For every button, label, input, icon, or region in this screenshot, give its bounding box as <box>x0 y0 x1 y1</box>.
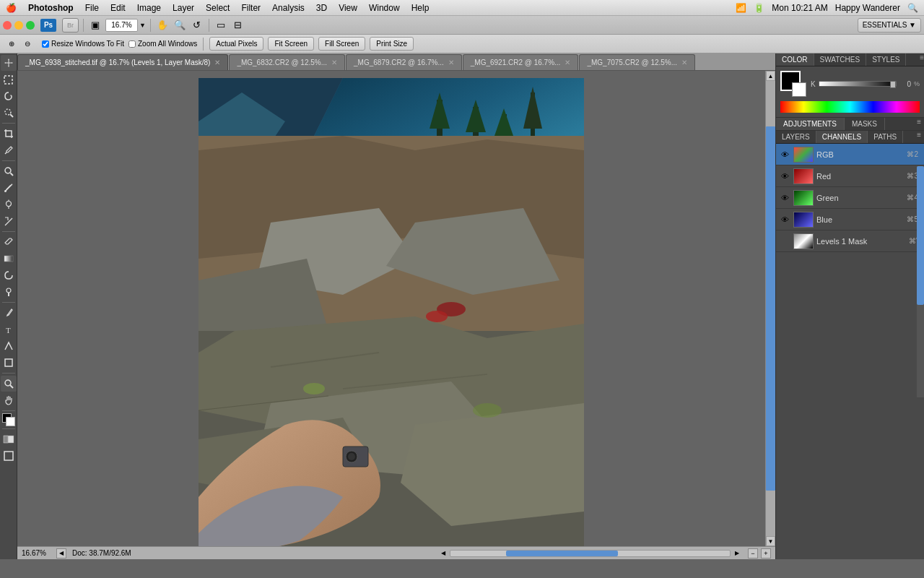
resize-windows-checkbox[interactable]: Resize Windows To Fit <box>42 40 124 48</box>
search-icon[interactable]: 🔍 <box>907 3 918 13</box>
screen-mode-icon[interactable]: ▭ <box>214 18 228 33</box>
zoom-plus-btn[interactable]: + <box>761 548 771 558</box>
help-menu[interactable]: Help <box>411 3 430 13</box>
zoom-minus-btn[interactable]: − <box>748 548 758 558</box>
blue-eye-icon[interactable]: 👁 <box>779 214 790 225</box>
scroll-right-arrow[interactable]: ▶ <box>735 550 739 556</box>
vertical-scrollbar[interactable]: ▲ ▼ <box>765 71 775 546</box>
shape-tool[interactable] <box>1 355 17 371</box>
maximize-window[interactable] <box>26 21 35 30</box>
horizontal-scrollbar[interactable] <box>450 550 731 557</box>
view-single-icon[interactable]: ▣ <box>88 18 103 33</box>
zoom-tool[interactable] <box>1 376 17 392</box>
fill-screen-btn[interactable]: Fill Screen <box>318 37 365 51</box>
rect-marquee-tool[interactable] <box>1 72 17 87</box>
tab-4[interactable]: _MG_6921.CR2 @ 16.7%... ✕ <box>463 54 579 70</box>
eyedropper-tool[interactable] <box>1 142 17 158</box>
swatches-tab[interactable]: SWATCHES <box>814 53 867 66</box>
select-menu[interactable]: Select <box>206 3 230 13</box>
blur-tool[interactable] <box>1 267 17 283</box>
quick-select-tool[interactable] <box>1 105 17 121</box>
layer-menu[interactable]: Layer <box>173 3 194 13</box>
scroll-down-arrow[interactable]: ▼ <box>766 536 775 546</box>
mask-eye-icon[interactable]: 👁 <box>779 236 790 247</box>
green-eye-icon[interactable]: 👁 <box>779 192 790 204</box>
print-size-btn[interactable]: Print Size <box>370 37 414 51</box>
k-slider-thumb[interactable] <box>890 81 896 88</box>
channel-green[interactable]: 👁 Green ⌘4 <box>776 187 924 209</box>
background-color-box[interactable] <box>792 82 806 97</box>
channels-tab[interactable]: CHANNELS <box>816 131 868 143</box>
pen-tool[interactable] <box>1 305 17 321</box>
quick-mask-btn[interactable] <box>1 431 17 447</box>
hand-tool-icon[interactable]: ✋ <box>155 18 170 33</box>
rotate-tool-icon[interactable]: ↺ <box>190 18 204 33</box>
essentials-btn[interactable]: ESSENTIALS ▼ <box>858 18 921 33</box>
clone-stamp-tool[interactable] <box>1 197 17 212</box>
image-menu[interactable]: Image <box>137 3 161 13</box>
canvas-image[interactable] <box>199 78 584 546</box>
path-select-tool[interactable] <box>1 338 17 354</box>
tab-5[interactable]: _MG_7075.CR2 @ 12.5%... ✕ <box>579 54 695 70</box>
type-tool[interactable]: T <box>1 322 17 337</box>
color-tab[interactable]: COLOR <box>776 53 814 66</box>
channel-mask[interactable]: 👁 Levels 1 Mask ⌘\ <box>776 230 924 252</box>
bridge-btn[interactable]: Br <box>62 18 79 33</box>
close-tab-2[interactable]: ✕ <box>331 59 337 66</box>
channel-red[interactable]: 👁 Red ⌘3 <box>776 165 924 187</box>
file-menu[interactable]: File <box>85 3 99 13</box>
right-panel-scrollbar[interactable] <box>917 166 924 397</box>
k-slider[interactable] <box>819 81 897 87</box>
layers-panel-collapse[interactable]: ≡ <box>917 131 924 143</box>
channel-blue[interactable]: 👁 Blue ⌘5 <box>776 209 924 230</box>
channel-rgb[interactable]: 👁 RGB ⌘2 <box>776 144 924 165</box>
adjustments-tab[interactable]: ADJUSTMENTS <box>776 118 845 130</box>
color-spectrum[interactable] <box>780 101 920 113</box>
gradient-tool[interactable] <box>1 251 17 267</box>
scroll-thumb-h[interactable] <box>506 551 618 556</box>
move-tool[interactable] <box>1 55 17 71</box>
scroll-thumb-v[interactable] <box>766 126 775 491</box>
color-panel-collapse[interactable]: ≡ <box>920 53 924 66</box>
crop-tool[interactable] <box>1 126 17 142</box>
brush-tool[interactable] <box>1 180 17 196</box>
history-brush-tool[interactable] <box>1 213 17 229</box>
adj-panel-collapse[interactable]: ≡ <box>917 118 924 130</box>
zoom-out-icon[interactable]: ⊖ <box>20 37 35 51</box>
scroll-left-arrow[interactable]: ◀ <box>441 550 445 556</box>
zoom-tool-icon[interactable]: 🔍 <box>173 18 187 33</box>
background-color[interactable] <box>6 417 15 426</box>
masks-tab[interactable]: MASKS <box>845 118 885 130</box>
lasso-tool[interactable] <box>1 88 17 104</box>
hand-tool[interactable] <box>1 392 17 408</box>
close-tab-5[interactable]: ✕ <box>681 59 687 66</box>
zoom-value[interactable]: 16.7% <box>105 19 138 32</box>
paths-tab[interactable]: PATHS <box>868 131 903 143</box>
zoom-dropdown[interactable]: ▼ <box>139 22 146 29</box>
analysis-menu[interactable]: Analysis <box>272 3 305 13</box>
scroll-up-arrow[interactable]: ▲ <box>766 71 775 81</box>
fit-screen-btn[interactable]: Fit Screen <box>268 37 314 51</box>
resize-windows-input[interactable] <box>42 40 49 48</box>
actual-pixels-btn[interactable]: Actual Pixels <box>209 37 263 51</box>
styles-tab[interactable]: STYLES <box>866 53 906 66</box>
window-menu[interactable]: Window <box>369 3 400 13</box>
rgb-eye-icon[interactable]: 👁 <box>779 149 790 160</box>
canvas-wrapper[interactable] <box>17 71 765 546</box>
zoom-all-input[interactable] <box>128 40 136 48</box>
close-window[interactable] <box>3 21 12 30</box>
tab-3[interactable]: _MG_6879.CR2 @ 16.7%... ✕ <box>346 54 462 70</box>
status-arrow-left[interactable]: ◀ <box>56 548 66 558</box>
close-tab-1[interactable]: ✕ <box>214 59 220 66</box>
close-tab-4[interactable]: ✕ <box>565 59 570 66</box>
scroll-track-v[interactable] <box>766 81 775 536</box>
tab-2[interactable]: _MG_6832.CR2 @ 12.5%... ✕ <box>229 54 345 70</box>
minimize-window[interactable] <box>14 21 23 30</box>
zoom-all-checkbox[interactable]: Zoom All Windows <box>128 40 197 48</box>
arrangement-icon[interactable]: ⊟ <box>231 18 245 33</box>
screen-mode-btn[interactable] <box>1 448 17 464</box>
apple-menu[interactable]: 🍎 <box>6 3 17 13</box>
edit-menu[interactable]: Edit <box>110 3 126 13</box>
filter-menu[interactable]: Filter <box>241 3 261 13</box>
eraser-tool[interactable] <box>1 234 17 250</box>
